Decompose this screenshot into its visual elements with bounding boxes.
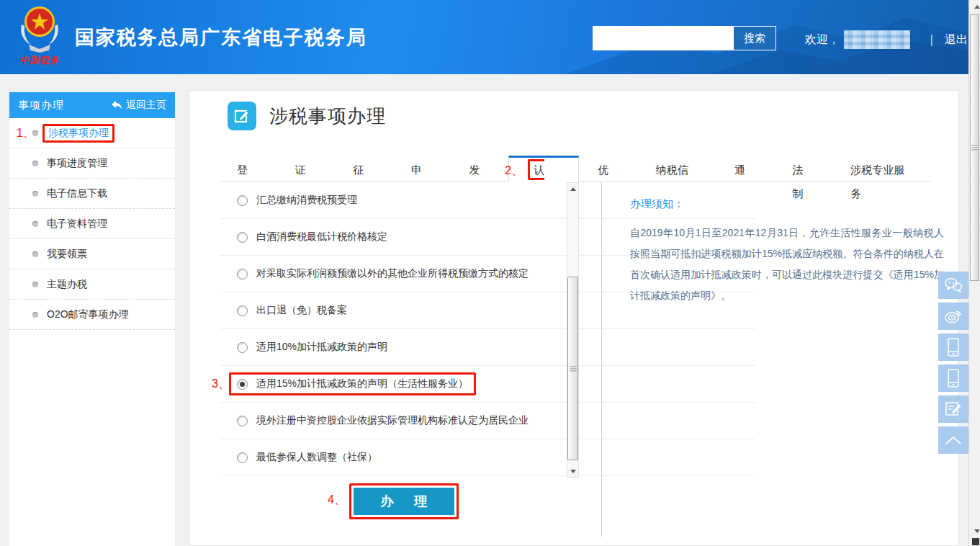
option-box: 对采取实际利润额预缴以外的其他企业所得税预缴方式的核定 bbox=[229, 262, 536, 285]
notice-panel: 办理须知： 自2019年10月1日至2021年12月31日，允许生活性服务业一般… bbox=[630, 197, 944, 306]
radio-button[interactable] bbox=[237, 452, 248, 463]
page-scrollbar-thumb[interactable] bbox=[970, 14, 979, 281]
edit-icon bbox=[228, 102, 256, 130]
survey-icon[interactable] bbox=[938, 395, 968, 423]
username-blurred bbox=[844, 30, 910, 49]
page-scrollbar[interactable] bbox=[968, 0, 980, 546]
radio-button[interactable] bbox=[237, 416, 248, 426]
page: 中国税务 国家税务总局广东省电子税务局 搜索 欢迎， ｜ 退出 事项办理 返回主… bbox=[0, 0, 980, 546]
radio-button[interactable] bbox=[237, 269, 248, 279]
option-label: 出口退（免）税备案 bbox=[256, 304, 347, 317]
weibo-icon[interactable] bbox=[938, 303, 968, 330]
radio-button[interactable] bbox=[237, 305, 248, 316]
option-row[interactable]: 适用10%加计抵减政策的声明 bbox=[220, 329, 755, 366]
sidebar-item[interactable]: 主题办税 bbox=[9, 269, 175, 300]
scroll-down-icon[interactable] bbox=[971, 526, 980, 536]
sidebar-item-label: 事项进度管理 bbox=[47, 157, 107, 170]
tab[interactable]: 登记 bbox=[218, 156, 277, 182]
radio-button[interactable] bbox=[237, 195, 248, 206]
resize-corner bbox=[972, 538, 979, 545]
submit-annotation-box: 办 理 bbox=[349, 483, 459, 519]
sidebar-item[interactable]: 1、 涉税事项办理 bbox=[9, 118, 175, 148]
floating-toolbar bbox=[938, 272, 968, 454]
option-row[interactable]: 3、 适用15%加计抵减政策的声明（生活性服务业） bbox=[220, 366, 755, 403]
thumb-grip bbox=[971, 144, 978, 152]
step-annotation: 3、 bbox=[212, 377, 230, 392]
mobile-web-icon[interactable] bbox=[938, 364, 968, 392]
step-annotation: 4、 bbox=[328, 493, 346, 508]
sidebar-item[interactable]: 电子资料管理 bbox=[9, 209, 175, 239]
search-button[interactable]: 搜索 bbox=[733, 26, 776, 50]
sidebar-title: 事项办理 bbox=[18, 99, 111, 112]
site-title: 国家税务总局广东省电子税务局 bbox=[75, 24, 367, 50]
separator: ｜ bbox=[926, 32, 938, 48]
option-box: 出口退（免）税备案 bbox=[229, 299, 355, 322]
logo-text: 中国税务 bbox=[19, 55, 60, 66]
submit-button[interactable]: 办 理 bbox=[354, 488, 454, 515]
list-scrollbar-thumb[interactable] bbox=[567, 277, 578, 460]
option-label: 适用15%加计抵减政策的声明（生活性服务业） bbox=[256, 377, 468, 390]
tab-bar: 登记 证明 征收 申报 发票 2、 认定 优惠 纳税信用 bbox=[218, 156, 931, 182]
tab[interactable]: 纳税信用 bbox=[637, 156, 716, 182]
option-box: 白酒消费税最低计税价格核定 bbox=[229, 225, 395, 249]
scroll-down-icon[interactable] bbox=[567, 466, 578, 476]
mobile-app-icon[interactable] bbox=[938, 334, 968, 361]
radio-button[interactable] bbox=[237, 342, 248, 353]
back-to-top-icon[interactable] bbox=[938, 426, 968, 454]
tab[interactable]: 证明 bbox=[277, 156, 335, 182]
option-box: 适用10%加计抵减政策的声明 bbox=[229, 336, 395, 359]
option-box: 境外注册中资控股企业依据实际管理机构标准认定为居民企业 bbox=[229, 409, 536, 432]
tab[interactable]: 征收 bbox=[334, 156, 392, 182]
option-row[interactable]: 境外注册中资控股企业依据实际管理机构标准认定为居民企业 bbox=[220, 403, 755, 439]
radio-button[interactable] bbox=[237, 379, 248, 390]
sidebar-item-label: 电子资料管理 bbox=[47, 218, 107, 231]
tab-label: 涉税专业服务 bbox=[850, 164, 904, 200]
option-box: 最低参保人数调整（社保） bbox=[229, 446, 385, 469]
thumb-grip bbox=[570, 364, 576, 372]
scroll-up-icon[interactable] bbox=[567, 184, 578, 194]
option-row[interactable]: 最低参保人数调整（社保） bbox=[220, 439, 755, 476]
search-bar: 搜索 bbox=[593, 26, 776, 50]
list-scrollbar[interactable] bbox=[567, 182, 579, 478]
scroll-up-icon[interactable] bbox=[971, 1, 980, 12]
bullet-icon bbox=[32, 282, 38, 287]
tab[interactable]: 优惠 bbox=[579, 156, 637, 182]
sidebar-header: 事项办理 返回主页 bbox=[9, 92, 175, 118]
sidebar: 事项办理 返回主页 1、 涉税事项办理 事项进度管理 电子信息下载 bbox=[9, 92, 175, 546]
sidebar-item[interactable]: O2O邮寄事项办理 bbox=[9, 300, 175, 330]
bullet-icon bbox=[32, 130, 38, 136]
title-row: 涉税事项办理 bbox=[228, 102, 386, 130]
sidebar-item-label: 电子信息下载 bbox=[47, 187, 107, 200]
option-label: 境外注册中资控股企业依据实际管理机构标准认定为居民企业 bbox=[256, 414, 529, 427]
tab[interactable]: 涉税专业服务 bbox=[832, 156, 931, 182]
back-home-link[interactable]: 返回主页 bbox=[111, 99, 166, 112]
tab[interactable]: 发票 bbox=[451, 156, 509, 182]
wechat-icon[interactable] bbox=[938, 272, 968, 299]
bullet-icon bbox=[32, 191, 38, 197]
option-box: 适用15%加计抵减政策的声明（生活性服务业） bbox=[229, 372, 476, 395]
page-title: 涉税事项办理 bbox=[269, 104, 386, 129]
bullet-icon bbox=[32, 251, 38, 257]
sidebar-item-label: O2O邮寄事项办理 bbox=[47, 308, 129, 321]
option-label: 适用10%加计抵减政策的声明 bbox=[256, 341, 387, 354]
radio-button[interactable] bbox=[237, 232, 248, 243]
search-input[interactable] bbox=[593, 26, 733, 50]
tab-label: 法制 bbox=[793, 164, 804, 200]
option-label: 最低参保人数调整（社保） bbox=[256, 451, 377, 464]
sidebar-item[interactable]: 电子信息下载 bbox=[9, 179, 175, 209]
back-arrow-icon bbox=[111, 100, 122, 110]
sidebar-item[interactable]: 我要领票 bbox=[9, 239, 175, 269]
sidebar-item[interactable]: 事项进度管理 bbox=[9, 148, 175, 179]
welcome-area: 欢迎， ｜ 退出 bbox=[805, 30, 968, 49]
tax-emblem-icon bbox=[16, 3, 63, 53]
tab[interactable]: 法制 bbox=[774, 156, 832, 182]
tab[interactable]: 通用 bbox=[716, 156, 774, 182]
bullet-icon bbox=[32, 161, 38, 166]
logout-link[interactable]: 退出 bbox=[945, 32, 968, 48]
bullet-icon bbox=[32, 221, 38, 227]
tab[interactable]: 申报 bbox=[392, 156, 451, 182]
option-label: 白酒消费税最低计税价格核定 bbox=[256, 231, 387, 243]
option-label: 对采取实际利润额预缴以外的其他企业所得税预缴方式的核定 bbox=[256, 267, 529, 280]
tab[interactable]: 2、 认定 bbox=[508, 156, 579, 182]
vertical-divider bbox=[601, 182, 602, 537]
